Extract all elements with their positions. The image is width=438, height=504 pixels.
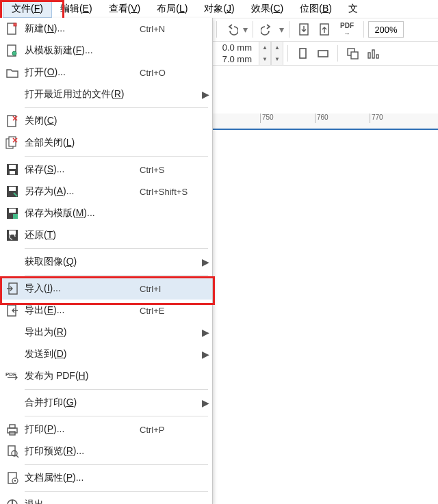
menu-item-label: 文档属性(P)...: [25, 472, 140, 484]
spinner-up[interactable]: ▲: [259, 42, 270, 53]
submenu-arrow-icon: ▶: [198, 89, 212, 100]
submenu-arrow-icon: ▶: [198, 327, 212, 338]
menu-separator: [25, 107, 208, 108]
menu-L[interactable]: 布局(L): [149, 1, 196, 17]
menu-item-label: 合并打印(G): [25, 397, 140, 409]
redo-button[interactable]: [259, 21, 276, 38]
close-doc-icon: [0, 114, 25, 128]
menu-item-获取图像[interactable]: 获取图像(Q)▶: [0, 251, 212, 273]
menu-item-export-icon[interactable]: 导出(E)...Ctrl+E: [0, 300, 212, 321]
import-button[interactable]: [295, 21, 313, 38]
import-icon: [0, 282, 25, 295]
menu-item-label: 获取图像(Q): [25, 256, 140, 268]
menu-F[interactable]: 文件(F): [3, 0, 52, 18]
canvas-edge: [212, 129, 438, 130]
menu-item-save-as-icon[interactable]: 另存为(A)...Ctrl+Shift+S: [0, 181, 212, 202]
spinner-down[interactable]: ▼: [259, 53, 270, 65]
submenu-arrow-icon: ▶: [198, 397, 212, 408]
exit-icon: [0, 498, 25, 504]
menu-item-label: 从模板新建(F)...: [25, 44, 140, 57]
menu-item-close-all-icon[interactable]: 全部关闭(L): [0, 132, 212, 154]
menu-item-shortcut: Ctrl+N: [140, 24, 198, 34]
menu-item-shortcut: Ctrl+Shift+S: [140, 187, 198, 197]
menu-item-发送到[interactable]: 发送到(D)▶: [0, 343, 212, 365]
menu-bar: 文件(F)编辑(E)查看(V)布局(L)对象(J)效果(C)位图(B)文: [0, 0, 438, 18]
save-tpl-icon: [0, 207, 25, 220]
menu-item-label: 打印预览(R)...: [25, 445, 140, 457]
menu-B[interactable]: 位图(B): [292, 1, 340, 17]
menu-item-import-icon[interactable]: 导入(I)...Ctrl+I: [0, 278, 212, 300]
menu-C[interactable]: 效果(C): [243, 1, 292, 17]
menu-separator: [25, 491, 208, 492]
menu-E[interactable]: 编辑(E): [52, 1, 101, 17]
menu-item-save-icon[interactable]: 保存(S)...Ctrl+S: [0, 159, 212, 181]
menu-item-shortcut: Ctrl+I: [140, 284, 198, 294]
menu-item-print-icon[interactable]: 打印(P)...Ctrl+P: [0, 419, 212, 440]
menu-item-shortcut: Ctrl+S: [140, 165, 198, 175]
save-icon: [0, 163, 25, 176]
menu-item-print-preview-icon[interactable]: 打印预览(R)...: [0, 440, 212, 462]
redo-dropdown-caret[interactable]: ▾: [278, 24, 285, 35]
toolbar-row-1: ▾ ▾ PDF → 200%: [212, 18, 438, 42]
menu-item-label: 关闭(C): [25, 115, 140, 127]
menu-文[interactable]: 文: [340, 1, 366, 17]
ruler-tick: 770: [370, 114, 383, 123]
menu-item-new-doc-icon[interactable]: 新建(N)...Ctrl+N: [0, 18, 212, 40]
menu-item-shortcut: Ctrl+E: [140, 306, 198, 316]
menu-item-label: 导出为(R): [25, 326, 140, 339]
menu-J[interactable]: 对象(J): [196, 1, 242, 17]
page-height-input[interactable]: 7.0 mm: [212, 54, 256, 64]
page-width-input[interactable]: 0.0 mm: [212, 42, 256, 53]
export-icon: [0, 304, 25, 317]
undo-dropdown-caret[interactable]: ▾: [242, 24, 248, 35]
undo-button[interactable]: [222, 21, 240, 38]
dimension-spinner-2[interactable]: ▲ ▼: [271, 42, 283, 65]
menu-item-label: 导入(I)...: [25, 282, 140, 295]
menu-V[interactable]: 查看(V): [101, 1, 149, 17]
orientation-portrait-button[interactable]: [294, 44, 311, 62]
print-preview-icon: [0, 445, 25, 458]
dimension-spinner[interactable]: ▲ ▼: [259, 42, 271, 65]
menu-item-revert-icon[interactable]: 还原(T): [0, 224, 212, 246]
menu-item-label: 保存(S)...: [25, 163, 140, 176]
revert-icon: [0, 228, 25, 242]
spinner-down[interactable]: ▼: [272, 53, 283, 65]
menu-item-save-tpl-icon[interactable]: 保存为模版(M)...: [0, 202, 212, 224]
pdf-publish-icon: [0, 369, 25, 383]
menu-item-exit-icon[interactable]: 退出: [0, 494, 212, 504]
menu-item-label: 退出: [25, 499, 140, 504]
export-button[interactable]: [315, 21, 333, 38]
publish-pdf-button[interactable]: PDF →: [336, 21, 358, 38]
menu-item-pdf-publish-icon[interactable]: 发布为 PDF(H): [0, 365, 212, 387]
overlap-mode-button[interactable]: [344, 44, 361, 62]
units-button[interactable]: [364, 44, 382, 62]
ruler-tick: 760: [315, 114, 328, 123]
file-menu-dropdown: 新建(N)...Ctrl+N从模板新建(F)...打开(O)...Ctrl+O打…: [0, 18, 213, 504]
menu-item-label: 保存为模版(M)...: [25, 207, 140, 220]
menu-item-label: 另存为(A)...: [25, 185, 140, 198]
menu-item-导出为[interactable]: 导出为(R)▶: [0, 321, 212, 343]
menu-item-new-from-tpl-icon[interactable]: 从模板新建(F)...: [0, 40, 212, 62]
menu-item-打开最近用过的文件[interactable]: 打开最近用过的文件(R)▶: [0, 83, 212, 105]
menu-separator: [25, 389, 208, 390]
save-as-icon: [0, 185, 25, 198]
menu-item-shortcut: Ctrl+O: [140, 68, 198, 78]
open-folder-icon: [0, 66, 25, 79]
spinner-up[interactable]: ▲: [272, 42, 283, 53]
horizontal-ruler: 750760770: [212, 114, 438, 129]
orientation-landscape-button[interactable]: [314, 44, 332, 62]
menu-item-doc-props-icon[interactable]: 文档属性(P)...: [0, 467, 212, 489]
menu-item-close-doc-icon[interactable]: 关闭(C): [0, 110, 212, 132]
ruler-tick: 750: [260, 114, 274, 123]
menu-item-shortcut: Ctrl+P: [140, 425, 198, 435]
print-icon: [0, 423, 25, 436]
close-all-icon: [0, 136, 25, 150]
zoom-level-input[interactable]: 200%: [368, 21, 404, 38]
menu-item-open-folder-icon[interactable]: 打开(O)...Ctrl+O: [0, 62, 212, 83]
pdf-label: PDF: [340, 22, 354, 29]
menu-item-label: 打印(P)...: [25, 423, 140, 436]
toolbar-row-2: 0.0 mm 7.0 mm ▲ ▼ ▲ ▼: [212, 42, 438, 66]
menu-item-合并打印[interactable]: 合并打印(G)▶: [0, 392, 212, 414]
canvas-area: ▾ ▾ PDF → 200% 0.0 mm 7.0 mm ▲ ▼: [212, 18, 438, 504]
menu-item-label: 全部关闭(L): [25, 137, 140, 149]
